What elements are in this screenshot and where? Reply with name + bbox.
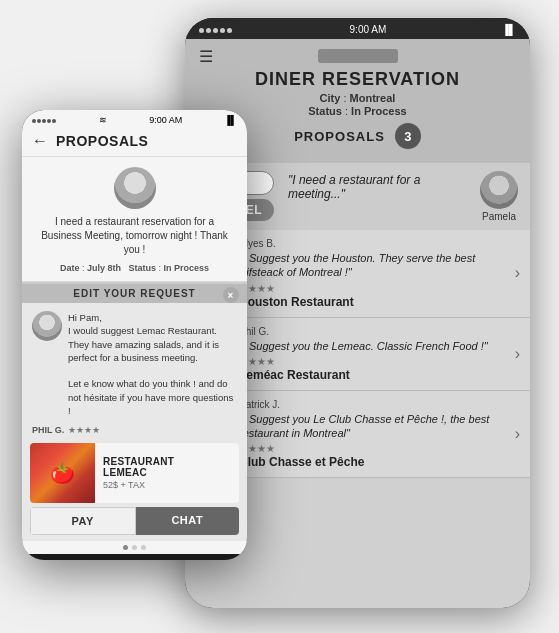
proposal-2-stars: ★★★★ <box>239 356 507 367</box>
tablet-status-bar: 9:00 AM ▐▌ <box>185 18 530 39</box>
restaurant-image: 🍅 <box>30 443 95 503</box>
phone-status-bar: ≋ 9:00 AM ▐▌ <box>22 110 247 128</box>
phone-edit-panel: EDIT YOUR REQUEST × Hi Pam,I would sugge… <box>22 282 247 554</box>
phone-edit-message: Hi Pam,I would suggest Lemac Restaurant.… <box>68 311 237 417</box>
page-dot-1 <box>123 545 128 550</box>
pamela-avatar <box>480 171 518 209</box>
proposal-1-quote: "I Suggest you the Houston. They serve t… <box>239 251 507 280</box>
proposal-1-content: Elyes B. "I Suggest you the Houston. The… <box>239 238 507 309</box>
tablet-battery: ▐▌ <box>502 24 516 35</box>
restaurant-price: 52$ + TAX <box>103 480 231 490</box>
phone-signal-dots <box>32 115 57 125</box>
phone-editor-name: PHIL G. <box>32 425 64 435</box>
page-dot-3 <box>141 545 146 550</box>
pay-button[interactable]: PAY <box>30 507 136 535</box>
phone-edit-avatar <box>32 311 62 341</box>
phone-device: ≋ 9:00 AM ▐▌ ← PROPOSALS I need a restau… <box>22 110 247 560</box>
proposal-3-name: Patrick J. <box>239 399 507 410</box>
phone-edit-body: Hi Pam,I would suggest Lemac Restaurant.… <box>22 303 247 425</box>
phone-time: 9:00 AM <box>149 115 182 125</box>
phone-edit-header-label: EDIT YOUR REQUEST <box>73 288 195 299</box>
phone-battery: ▐▌ <box>224 115 237 125</box>
restaurant-name: RESTAURANTLEMEAC <box>103 456 231 478</box>
phone-restaurant-card[interactable]: 🍅 RESTAURANTLEMEAC 52$ + TAX <box>30 443 239 503</box>
proposal-1-chevron[interactable]: › <box>515 264 520 282</box>
proposal-1-name: Elyes B. <box>239 238 507 249</box>
phone-wifi-icon: ≋ <box>99 115 107 125</box>
phone-edit-user-row: PHIL G. ★★★★ <box>22 425 247 439</box>
proposal-3-content: Patrick J. "I Suggest you Le Club Chasse… <box>239 399 507 470</box>
proposal-1-stars: ★★★★ <box>239 283 507 294</box>
proposal-2-chevron[interactable]: › <box>515 345 520 363</box>
phone-request-card: I need a restaurant reservation for a Bu… <box>22 157 247 282</box>
phone-action-buttons: PAY CHAT <box>30 507 239 535</box>
tablet-status: Status : In Process <box>199 105 516 117</box>
proposals-label: PROPOSALS <box>294 129 385 144</box>
phone-header: ← PROPOSALS <box>22 128 247 157</box>
restaurant-info: RESTAURANTLEMEAC 52$ + TAX <box>95 443 239 503</box>
phone-header-title: PROPOSALS <box>56 133 148 149</box>
proposals-count-badge: 3 <box>395 123 421 149</box>
proposal-1-restaurant: Houston Restaurant <box>239 295 507 309</box>
proposal-2-content: Phil G. "I Suggest you the Lemeac. Class… <box>239 326 507 382</box>
phone-request-text: I need a restaurant reservation for a Bu… <box>34 215 235 257</box>
proposal-2-restaurant: Leméac Restaurant <box>239 368 507 382</box>
pamela-label: Pamela <box>482 211 516 222</box>
signal-dots <box>199 24 234 35</box>
page-dot-2 <box>132 545 137 550</box>
back-arrow-icon[interactable]: ← <box>32 132 48 150</box>
proposal-3-chevron[interactable]: › <box>515 425 520 443</box>
chat-button[interactable]: CHAT <box>136 507 240 535</box>
phone-editor-stars: ★★★★ <box>68 425 100 435</box>
tablet-user-name <box>318 49 398 63</box>
tablet-request-quote: "I need a restaurant for a meeting..." <box>282 171 472 222</box>
phone-page-dots <box>22 541 247 554</box>
phone-edit-header: EDIT YOUR REQUEST × <box>22 284 247 303</box>
tablet-title: DINER RESERVATION <box>199 69 516 90</box>
proposal-2-quote: "I Suggest you the Lemeac. Classic Frenc… <box>239 339 507 353</box>
phone-user-avatar <box>114 167 156 209</box>
tomato-icon: 🍅 <box>50 461 75 485</box>
proposal-2-name: Phil G. <box>239 326 507 337</box>
tablet-city: City : Montreal <box>199 92 516 104</box>
phone-meta: Date : July 8th Status : In Process <box>34 263 235 273</box>
tablet-time: 9:00 AM <box>350 24 387 35</box>
proposal-3-restaurant: Club Chasse et Pêche <box>239 455 507 469</box>
proposal-3-stars: ★★★★ <box>239 443 507 454</box>
menu-icon[interactable]: ☰ <box>199 49 213 65</box>
proposal-3-quote: "I Suggest you Le Club Chasse et Pêche !… <box>239 412 507 441</box>
close-icon[interactable]: × <box>223 287 239 303</box>
